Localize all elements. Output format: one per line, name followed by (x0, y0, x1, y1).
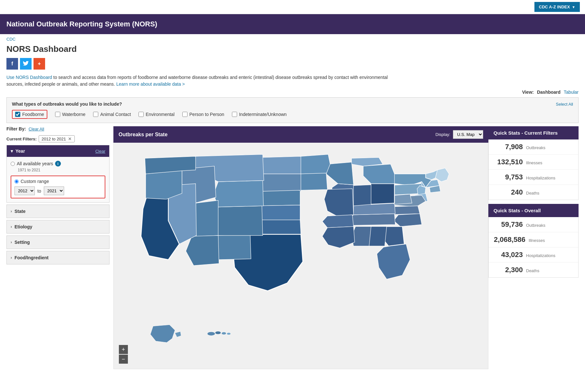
display-select[interactable]: U.S. Map Table Bar Chart (453, 130, 483, 139)
setting-chevron-icon: › (11, 240, 12, 244)
year-range-note: 1971 to 2021 (18, 168, 105, 172)
current-deaths-row: 240 Deaths (489, 185, 578, 200)
svg-point-2 (215, 331, 221, 334)
svg-point-1 (207, 332, 215, 336)
current-illnesses-label: Illnesses (526, 160, 542, 165)
foodborne-checkbox[interactable] (15, 112, 20, 117)
zoom-out-button[interactable]: − (119, 355, 128, 364)
overall-illnesses-number: 2,068,586 (494, 235, 525, 244)
from-year-select[interactable]: 2012 2013 2014 2015 2016 2017 2018 2019 … (14, 186, 35, 195)
stats-panel: Quick Stats - Current Filters 7,908 Outb… (488, 126, 579, 278)
outbreak-type-waterborne[interactable]: Waterborne (55, 112, 86, 117)
outbreak-type-animal[interactable]: Animal Contact (93, 112, 131, 117)
setting-filter[interactable]: › Setting (6, 235, 110, 249)
current-outbreaks-number: 7,908 (494, 143, 523, 151)
outbreak-type-person[interactable]: Person to Person (182, 112, 224, 117)
header-title: National Outbreak Reporting System (NORS… (6, 20, 157, 28)
etiology-chevron-icon: › (11, 225, 12, 229)
outbreak-types-list: Foodborne Waterborne Animal Contact Envi… (12, 110, 573, 119)
facebook-button[interactable]: f (6, 58, 18, 70)
outbreak-type-environmental[interactable]: Environmental (139, 112, 175, 117)
overall-deaths-label: Deaths (526, 268, 539, 273)
learn-more-link[interactable]: Learn more about available data > (116, 81, 185, 87)
to-year-select[interactable]: 2012 2013 2014 2015 2016 2017 2018 2019 … (44, 186, 64, 195)
info-icon[interactable]: i (55, 161, 61, 167)
year-filter-body: All available years i 1971 to 2021 Custo… (7, 157, 109, 202)
remove-year-filter[interactable]: ✕ (68, 136, 72, 141)
filter-by-row: Filter By: Clear All (6, 126, 44, 131)
description: Use NORS Dashboard to search and access … (6, 74, 393, 88)
state-chevron-icon: › (11, 209, 12, 214)
person-to-person-checkbox[interactable] (182, 112, 187, 117)
current-hospitalizations-number: 9,753 (494, 173, 523, 181)
header-banner: National Outbreak Reporting System (NORS… (0, 14, 585, 34)
all-years-label[interactable]: All available years (17, 161, 53, 166)
zoom-in-button[interactable]: + (119, 345, 128, 354)
share-icon: + (38, 61, 41, 67)
facebook-icon: f (11, 61, 13, 67)
quick-stats-overall: Quick Stats - Overall 59,736 Outbreaks 2… (488, 204, 579, 278)
all-years-row: All available years i (11, 161, 105, 167)
view-toggle: View: Dashboard Tabular (6, 90, 579, 95)
cdc-az-button[interactable]: CDC A-Z INDEX ▼ (534, 2, 580, 12)
setting-filter-label: Setting (14, 240, 30, 245)
map-zoom-controls: + − (119, 345, 128, 364)
custom-range-label[interactable]: Custom range (21, 179, 49, 184)
overall-deaths-number: 2,300 (494, 266, 523, 274)
year-filter-title: Year (15, 148, 25, 154)
chevron-down-icon: ▼ (572, 5, 575, 9)
overall-outbreaks-label: Outbreaks (526, 223, 545, 228)
filter-row: Filter By: Clear All Current Filters: 20… (6, 126, 110, 142)
animal-contact-checkbox[interactable] (93, 112, 98, 117)
year-filter-section: ▾ Year Clear All available years i 1971 … (6, 145, 110, 203)
year-filter-header[interactable]: ▾ Year Clear (7, 145, 109, 157)
map-container: + − (113, 143, 488, 369)
quick-stats-current-header: Quick Stats - Current Filters (488, 126, 579, 139)
clear-all-button[interactable]: Clear All (29, 127, 44, 131)
state-filter-label: State (14, 209, 25, 214)
current-filters: Current Filters: 2012 to 2021 ✕ (6, 135, 75, 142)
quick-stats-overall-header: Quick Stats - Overall (488, 204, 579, 217)
view-label: View: (522, 90, 534, 95)
select-all-button[interactable]: Select All (556, 102, 573, 107)
quick-stats-overall-body: 59,736 Outbreaks 2,068,586 Illnesses 43,… (488, 217, 579, 278)
current-outbreaks-row: 7,908 Outbreaks (489, 139, 578, 155)
food-ingredient-filter[interactable]: › Food/Ingredient (6, 251, 110, 264)
overall-outbreaks-row: 59,736 Outbreaks (489, 217, 578, 232)
main-layout: Filter By: Clear All Current Filters: 20… (6, 126, 579, 369)
breadcrumb: CDC (0, 34, 585, 44)
social-icons: f + (6, 58, 579, 70)
outbreak-type-indeterminate[interactable]: Indeterminate/Unknown (232, 112, 287, 117)
map-area: Outbreaks per State Display: U.S. Map Ta… (113, 126, 488, 369)
outbreak-types-header: What types of outbreaks would you like t… (12, 101, 573, 107)
us-map-svg (114, 143, 488, 369)
current-hospitalizations-row: 9,753 Hospitalizations (489, 170, 578, 185)
current-hospitalizations-label: Hospitalizations (526, 176, 555, 180)
state-filter[interactable]: › State (6, 205, 110, 218)
indeterminate-checkbox[interactable] (232, 112, 237, 117)
all-years-radio[interactable] (11, 162, 15, 166)
svg-point-4 (227, 332, 231, 335)
sidebar-column: Filter By: Clear All Current Filters: 20… (6, 126, 110, 266)
twitter-button[interactable] (20, 58, 32, 70)
waterborne-checkbox[interactable] (55, 112, 60, 117)
environmental-checkbox[interactable] (139, 112, 144, 117)
filter-by-label: Filter By: (6, 126, 26, 131)
overall-illnesses-row: 2,068,586 Illnesses (489, 232, 578, 247)
custom-range-radio[interactable] (14, 179, 19, 184)
etiology-filter[interactable]: › Etiology (6, 220, 110, 234)
year-selects: 2012 2013 2014 2015 2016 2017 2018 2019 … (14, 186, 101, 195)
breadcrumb-cdc-link[interactable]: CDC (6, 37, 15, 42)
share-button[interactable]: + (34, 58, 45, 70)
svg-point-3 (222, 332, 226, 335)
nors-dashboard-link[interactable]: Use NORS Dashboard (6, 75, 52, 80)
overall-deaths-row: 2,300 Deaths (489, 263, 578, 277)
outbreak-type-foodborne[interactable]: Foodborne (12, 110, 47, 119)
overall-hospitalizations-number: 43,023 (494, 251, 523, 259)
custom-range-radio-row: Custom range (14, 179, 101, 184)
tabular-view[interactable]: Tabular (564, 90, 579, 95)
dashboard-view[interactable]: Dashboard (537, 90, 561, 95)
year-clear-link[interactable]: Clear (95, 149, 105, 154)
current-deaths-label: Deaths (526, 191, 539, 196)
food-ingredient-chevron-icon: › (11, 255, 12, 260)
